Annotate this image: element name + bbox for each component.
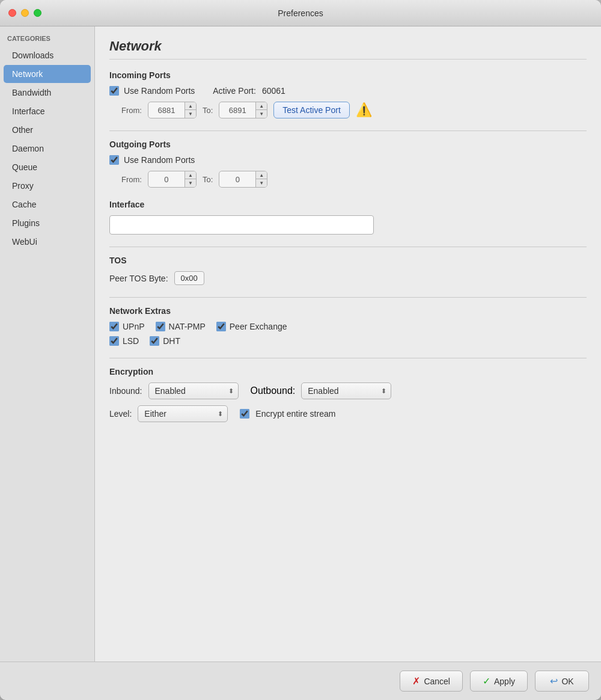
incoming-ports-section: Incoming Ports Use Random Ports Active P… bbox=[109, 70, 587, 118]
incoming-from-up[interactable]: ▲ bbox=[185, 102, 196, 110]
peer-exchange-checkbox[interactable] bbox=[216, 322, 226, 331]
outgoing-to-up[interactable]: ▲ bbox=[256, 171, 267, 179]
sidebar-item-network[interactable]: Network bbox=[4, 65, 91, 83]
lsd-checkbox[interactable] bbox=[109, 336, 119, 346]
sidebar-item-plugins[interactable]: Plugins bbox=[4, 214, 91, 232]
divider-1 bbox=[109, 130, 587, 131]
tos-row: Peer TOS Byte: 0x00 bbox=[109, 271, 587, 285]
inbound-select-wrapper: Enabled Disabled Forced ⬍ bbox=[148, 382, 239, 399]
level-select[interactable]: Either Plaintext RC4 bbox=[138, 405, 228, 422]
outgoing-from-up[interactable]: ▲ bbox=[185, 171, 196, 179]
outgoing-to-spinner: ▲ ▼ bbox=[219, 171, 267, 188]
lsd-label: LSD bbox=[123, 336, 139, 346]
to-label-outgoing: To: bbox=[203, 175, 213, 184]
to-label-incoming: To: bbox=[203, 106, 213, 115]
incoming-ports-label: Incoming Ports bbox=[109, 70, 587, 80]
outgoing-random-row: Use Random Ports bbox=[109, 155, 587, 165]
dht-label: DHT bbox=[163, 336, 180, 346]
sidebar-item-proxy[interactable]: Proxy bbox=[4, 177, 91, 195]
peer-exchange-label: Peer Exchange bbox=[230, 322, 287, 331]
inbound-label: Inbound: bbox=[109, 386, 142, 396]
main-content: Categories Downloads Network Bandwidth I… bbox=[0, 26, 601, 662]
maximize-button[interactable] bbox=[34, 9, 41, 17]
peer-tos-label: Peer TOS Byte: bbox=[109, 274, 168, 283]
sidebar-item-interface[interactable]: Interface bbox=[4, 102, 91, 120]
outgoing-to-down[interactable]: ▼ bbox=[256, 179, 267, 187]
sidebar-item-cache[interactable]: Cache bbox=[4, 195, 91, 213]
outgoing-ports-section: Outgoing Ports Use Random Ports From: ▲ … bbox=[109, 140, 587, 188]
incoming-from-buttons: ▲ ▼ bbox=[185, 102, 196, 118]
network-extras-row2: LSD DHT bbox=[109, 336, 587, 346]
window-title: Preferences bbox=[278, 8, 323, 18]
outbound-label: Outbound: bbox=[251, 385, 296, 396]
incoming-from-down[interactable]: ▼ bbox=[185, 110, 196, 118]
ok-button[interactable]: ↩ OK bbox=[535, 671, 589, 692]
test-active-port-button[interactable]: Test Active Port bbox=[273, 102, 349, 118]
incoming-random-checkbox[interactable] bbox=[109, 86, 119, 96]
upnp-check: UPnP bbox=[109, 322, 145, 331]
outgoing-random-checkbox-row: Use Random Ports bbox=[109, 155, 195, 165]
encryption-level-row: Level: Either Plaintext RC4 ⬍ Encrypt en… bbox=[109, 405, 587, 422]
incoming-to-input[interactable] bbox=[219, 105, 255, 116]
apply-icon: ✓ bbox=[483, 675, 490, 687]
upnp-checkbox[interactable] bbox=[109, 322, 119, 331]
incoming-to-down[interactable]: ▼ bbox=[256, 110, 267, 118]
outgoing-from-down[interactable]: ▼ bbox=[185, 179, 196, 187]
cancel-icon: ✗ bbox=[412, 675, 420, 687]
close-button[interactable] bbox=[8, 9, 16, 17]
minimize-button[interactable] bbox=[21, 9, 29, 17]
cancel-button[interactable]: ✗ Cancel bbox=[400, 671, 463, 692]
lsd-check: LSD bbox=[109, 336, 139, 346]
divider-3 bbox=[109, 297, 587, 298]
incoming-from-input[interactable] bbox=[148, 105, 185, 116]
incoming-to-up[interactable]: ▲ bbox=[256, 102, 267, 110]
inbound-select[interactable]: Enabled Disabled Forced bbox=[148, 382, 239, 399]
outgoing-random-label: Use Random Ports bbox=[124, 155, 195, 165]
incoming-random-label: Use Random Ports bbox=[124, 86, 195, 96]
sidebar-item-webui[interactable]: WebUi bbox=[4, 233, 91, 251]
interface-input[interactable] bbox=[109, 215, 374, 235]
outgoing-to-input[interactable] bbox=[219, 174, 255, 185]
sidebar-item-downloads[interactable]: Downloads bbox=[4, 46, 91, 64]
outbound-select[interactable]: Enabled Disabled Forced bbox=[301, 382, 391, 399]
from-label-incoming: From: bbox=[121, 106, 142, 115]
cancel-label: Cancel bbox=[424, 677, 450, 686]
nat-pmp-label: NAT-PMP bbox=[169, 322, 206, 331]
incoming-range-row: From: ▲ ▼ To: ▲ ▼ bbox=[121, 102, 587, 118]
network-extras-label: Network Extras bbox=[109, 306, 587, 316]
peer-tos-value: 0x00 bbox=[174, 271, 204, 285]
upnp-label: UPnP bbox=[123, 322, 145, 331]
warning-icon: ⚠️ bbox=[356, 102, 372, 118]
encryption-label: Encryption bbox=[109, 367, 587, 376]
network-extras-section: Network Extras UPnP NAT-PMP Peer Exchang… bbox=[109, 306, 587, 346]
incoming-from-spinner: ▲ ▼ bbox=[148, 102, 197, 118]
from-label-outgoing: From: bbox=[121, 175, 142, 184]
ok-icon: ↩ bbox=[550, 675, 558, 687]
sidebar-item-queue[interactable]: Queue bbox=[4, 158, 91, 176]
level-label: Level: bbox=[109, 409, 132, 419]
outgoing-from-input[interactable] bbox=[148, 174, 185, 185]
incoming-random-checkbox-row: Use Random Ports bbox=[109, 86, 195, 96]
outbound-select-wrapper: Enabled Disabled Forced ⬍ bbox=[301, 382, 391, 399]
encrypt-stream-checkbox[interactable] bbox=[240, 409, 249, 419]
title-bar: Preferences bbox=[0, 0, 601, 26]
dht-check: DHT bbox=[150, 336, 180, 346]
content-area: Network Incoming Ports Use Random Ports … bbox=[95, 26, 601, 662]
level-select-wrapper: Either Plaintext RC4 ⬍ bbox=[138, 405, 228, 422]
tos-section: TOS Peer TOS Byte: 0x00 bbox=[109, 256, 587, 285]
outgoing-from-buttons: ▲ ▼ bbox=[185, 171, 196, 187]
incoming-random-row: Use Random Ports Active Port: 60061 bbox=[109, 86, 587, 96]
sidebar: Categories Downloads Network Bandwidth I… bbox=[0, 26, 95, 662]
sidebar-header: Categories bbox=[0, 31, 94, 46]
nat-pmp-checkbox[interactable] bbox=[156, 322, 165, 331]
dht-checkbox[interactable] bbox=[150, 336, 159, 346]
divider-4 bbox=[109, 358, 587, 358]
sidebar-item-other[interactable]: Other bbox=[4, 121, 91, 139]
outgoing-random-checkbox[interactable] bbox=[109, 155, 119, 165]
interface-section: Interface bbox=[109, 200, 587, 235]
interface-label: Interface bbox=[109, 200, 587, 209]
sidebar-item-bandwidth[interactable]: Bandwidth bbox=[4, 84, 91, 102]
apply-button[interactable]: ✓ Apply bbox=[470, 671, 528, 692]
network-extras-row1: UPnP NAT-PMP Peer Exchange bbox=[109, 322, 587, 331]
sidebar-item-daemon[interactable]: Daemon bbox=[4, 140, 91, 158]
